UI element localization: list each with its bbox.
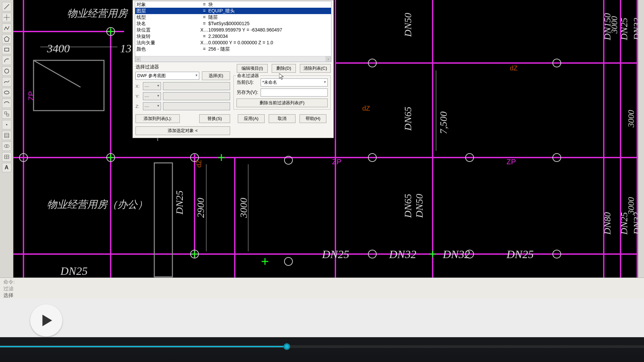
z-label: Z: (136, 104, 143, 109)
filter-property-list[interactable]: 对象=块图层=EQUIP_喷头线型=随层块名=$TwtSys$00000125块… (135, 1, 331, 62)
svg-text:3000: 3000 (626, 197, 636, 215)
filter-list-row[interactable]: 块位置X…109989.959979 Y = -63480.960497 (135, 27, 331, 33)
tool-point-icon[interactable] (2, 120, 11, 129)
svg-text:7,500: 7,500 (438, 112, 449, 134)
progress-bar[interactable] (0, 345, 644, 348)
svg-text:DN25: DN25 (174, 190, 185, 215)
help-button[interactable]: 帮助(H) (300, 114, 326, 123)
svg-text:ZP: ZP (332, 158, 341, 166)
cmd-line-1: 命令: (3, 279, 641, 285)
tool-block-icon[interactable] (2, 109, 11, 119)
edit-item-button[interactable]: 编辑项目(I) (237, 64, 268, 73)
filter-list-row[interactable]: 法向矢量X…0.000000 Y = 0.000000 Z = 1.0 (135, 40, 331, 46)
svg-text:DN32: DN32 (442, 248, 470, 260)
tool-ellipse-arc-icon[interactable] (2, 99, 11, 108)
video-player-overlay (0, 298, 644, 362)
command-line-area[interactable]: 命令: 过滤 选择 (0, 278, 644, 298)
svg-text:DN25: DN25 (506, 248, 534, 260)
svg-rect-60 (154, 163, 172, 277)
svg-point-6 (4, 91, 9, 94)
svg-text:2900: 2900 (195, 198, 206, 218)
svg-text:DN25: DN25 (619, 212, 629, 235)
delete-button[interactable]: 删除(D) (272, 64, 296, 73)
svg-text:DN65: DN65 (402, 194, 413, 218)
svg-text:DN25: DN25 (619, 18, 629, 41)
progress-thumb[interactable] (283, 343, 290, 350)
svg-rect-7 (4, 112, 6, 114)
svg-line-59 (34, 60, 80, 87)
svg-rect-10 (4, 133, 9, 138)
clear-list-button[interactable]: 清除列表(C) (300, 64, 331, 73)
tool-arc-icon[interactable] (2, 56, 11, 65)
list-hscrollbar[interactable]: ‹› (135, 56, 331, 62)
svg-rect-8 (7, 114, 9, 116)
object-filter-dialog: 对象=块图层=EQUIP_喷头线型=随层块名=$TwtSys$00000125块… (132, 0, 334, 138)
svg-text:dZ: dZ (362, 105, 370, 112)
vertical-scrollbar[interactable] (638, 0, 644, 278)
svg-text:dZ: dZ (510, 64, 518, 72)
svg-text:DN25: DN25 (322, 248, 349, 260)
filter-list-row[interactable]: 线型=随层 (135, 14, 331, 20)
svg-text:ZP: ZP (506, 158, 516, 166)
svg-text:DN65: DN65 (402, 107, 413, 131)
svg-marker-3 (4, 37, 9, 41)
y-label: Y: (136, 94, 143, 99)
svg-text:DN25: DN25 (60, 265, 88, 277)
select-filter-label: 选择过滤器 (136, 64, 230, 70)
named-filter-group: 命名过滤器 当前(U): *未命名 另存为(V): 删除当前过滤器列表(F) (233, 75, 331, 110)
svg-marker-99 (43, 315, 52, 326)
delete-current-filter-list-button[interactable]: 删除当前过滤器列表(F) (236, 99, 328, 107)
tool-xline-icon[interactable] (2, 13, 11, 22)
svg-text:13: 13 (120, 42, 131, 55)
named-filter-legend: 命名过滤器 (236, 73, 260, 79)
cancel-button[interactable]: 取消 (269, 114, 296, 123)
add-selected-button[interactable]: 添加选定对象 < (136, 126, 230, 135)
filter-list-row[interactable]: 对象=块 (135, 1, 331, 8)
tool-table-icon[interactable] (2, 152, 11, 162)
replace-button[interactable]: 替换(S) (199, 114, 230, 123)
y-op-combo: — (143, 92, 161, 100)
svg-text:3000: 3000 (626, 110, 636, 128)
tool-ellipse-icon[interactable] (2, 88, 11, 97)
tool-region-icon[interactable] (2, 141, 11, 151)
filter-list-row[interactable]: 块名=$TwtSys$00000125 (135, 20, 331, 27)
filter-list-row[interactable]: 图层=EQUIP_喷头 (135, 8, 331, 14)
svg-line-0 (4, 4, 9, 9)
svg-text:3000: 3000 (238, 198, 249, 218)
progress-fill (0, 346, 283, 347)
svg-text:DN50: DN50 (402, 13, 413, 37)
x-value-input (163, 82, 230, 90)
svg-point-9 (6, 124, 7, 125)
save-as-input[interactable] (261, 88, 328, 97)
cmd-line-3: 选择 (3, 292, 641, 299)
tool-spline-icon[interactable] (2, 77, 11, 86)
svg-text:3000: 3000 (609, 16, 619, 34)
svg-point-49 (284, 257, 292, 265)
tool-polyline-icon[interactable] (2, 23, 11, 33)
current-filter-combo[interactable]: *未命名 (261, 78, 328, 86)
svg-text:DN32: DN32 (389, 248, 416, 260)
tool-text-icon[interactable]: A (2, 163, 11, 172)
z-value-input (163, 102, 230, 110)
save-as-label: 另存为(V): (236, 89, 261, 96)
svg-rect-58 (34, 60, 104, 111)
x-op-combo: — (143, 82, 161, 90)
apply-button[interactable]: 应用(A) (238, 114, 265, 123)
add-to-list-button[interactable]: 添加到列表(L): (136, 114, 180, 123)
tool-circle-icon[interactable] (2, 66, 11, 76)
filter-list-row[interactable]: 块旋转=2.280034 (135, 33, 331, 40)
filter-list-row[interactable]: 颜色=256 - 随层 (135, 46, 331, 52)
filter-type-combo[interactable]: DWF 参考底图 (136, 72, 199, 80)
svg-text:dZ: dZ (195, 160, 203, 168)
svg-text:DN80: DN80 (602, 212, 612, 235)
svg-text:ZP: ZP (27, 91, 35, 101)
tool-hatch-icon[interactable] (2, 131, 11, 140)
tool-line-icon[interactable] (2, 2, 11, 11)
play-button[interactable] (30, 304, 62, 337)
tool-rectangle-icon[interactable] (2, 45, 11, 54)
tool-polygon-icon[interactable] (2, 34, 11, 44)
svg-text:物业经营用房（办公）: 物业经营用房（办公） (47, 199, 148, 210)
select-button[interactable]: 选择(E) (202, 71, 230, 80)
current-label: 当前(U): (236, 79, 261, 85)
svg-text:3400: 3400 (47, 42, 70, 55)
